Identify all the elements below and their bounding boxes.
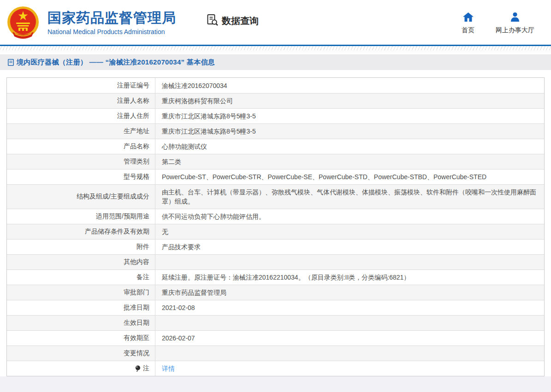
row-label: 结构及组成/主要组成成分 xyxy=(7,185,155,209)
row-label-text: 批准日期 xyxy=(124,304,149,312)
row-label-text: 结构及组成/主要组成成分 xyxy=(77,193,149,201)
row-label: 批准日期 xyxy=(7,300,155,315)
row-label: 生效日期 xyxy=(7,316,155,330)
table-row: 适用范围/预期用途供不同运动负荷下心肺功能评估用。 xyxy=(7,209,544,224)
page-title-bar: 境内医疗器械（注册） —— “渝械注准20162070034” 基本信息 xyxy=(0,54,551,70)
row-value: 由主机、台车、计算机（带显示器）、弥散残气模块、气体代谢模块、体描模块、振荡模块… xyxy=(155,185,544,209)
row-value-text: 渝械注准20162070034 xyxy=(162,81,227,90)
table-row: 变更情况 xyxy=(7,345,544,361)
row-label: 审批部门 xyxy=(7,285,155,300)
row-value: 无 xyxy=(155,224,544,239)
row-value-text: 无 xyxy=(162,227,168,236)
table-row: 管理类别第二类 xyxy=(7,154,544,169)
row-value: 供不同运动负荷下心肺功能评估用。 xyxy=(155,209,544,224)
org-name-zh: 国家药品监督管理局 xyxy=(47,10,176,26)
nav-home[interactable]: 首页 xyxy=(462,12,474,35)
row-label: 有效期至 xyxy=(7,331,155,345)
row-value: 2026-02-07 xyxy=(155,331,544,345)
row-label-text: 生产地址 xyxy=(124,127,149,135)
data-query-tab[interactable]: 数据查询 xyxy=(206,13,259,29)
row-label: 备注 xyxy=(7,270,155,285)
details-link[interactable]: 详情 xyxy=(162,364,175,373)
row-value-text: 产品技术要求 xyxy=(162,242,201,252)
document-icon xyxy=(8,59,14,66)
row-value-text: PowerCube-ST、PowerCube-STR、PowerCube-SE、… xyxy=(162,172,486,181)
row-label: 产品储存条件及有效期 xyxy=(7,224,155,239)
row-label: 生产地址 xyxy=(7,124,155,139)
document-search-icon xyxy=(206,13,219,29)
row-value: 第二类 xyxy=(155,154,544,169)
row-label-text: 备注 xyxy=(136,273,149,281)
row-value-text: 第二类 xyxy=(162,157,181,166)
row-label-text: 生效日期 xyxy=(124,319,149,327)
row-label-text: 其他内容 xyxy=(124,258,149,266)
row-label-text: 注册人名称 xyxy=(117,97,149,105)
row-value-text: 延续注册。原注册证号：渝械注准20162210034。（原目录类别:II类，分类… xyxy=(162,273,410,282)
row-label: 注 xyxy=(7,361,155,376)
row-value-text: 由主机、台车、计算机（带显示器）、弥散残气模块、气体代谢模块、体描模块、振荡模块… xyxy=(162,187,539,206)
home-icon xyxy=(463,12,474,23)
table-row: 注册证编号渝械注准20162070034 xyxy=(7,78,544,93)
table-row: 审批部门重庆市药品监督管理局 xyxy=(7,285,544,300)
row-value xyxy=(155,255,544,269)
row-value: 重庆市江北区港城东路8号5幢3-5 xyxy=(155,109,544,123)
row-label: 附件 xyxy=(7,240,155,254)
page-footer-strip xyxy=(0,376,551,392)
table-row: 附件产品技术要求 xyxy=(7,239,544,254)
row-value-text: 2026-02-07 xyxy=(162,333,195,343)
header-nav: 首页 网上办事大厅 xyxy=(462,12,534,35)
site-header: 国家药品监督管理局 National Medical Products Admi… xyxy=(0,0,551,45)
page-title: 境内医疗器械（注册） —— “渝械注准20162070034” 基本信息 xyxy=(17,58,215,67)
table-row: 批准日期2021-02-08 xyxy=(7,300,544,315)
row-value-text: 重庆市江北区港城东路8号5幢3-5 xyxy=(162,111,256,121)
person-icon xyxy=(510,12,520,23)
row-value: 2021-02-08 xyxy=(155,300,544,315)
row-label: 注册人名称 xyxy=(7,94,155,108)
row-label: 注册人住所 xyxy=(7,109,155,123)
page: 国家药品监督管理局 National Medical Products Admi… xyxy=(0,0,551,392)
table-row: 注册人住所重庆市江北区港城东路8号5幢3-5 xyxy=(7,108,544,123)
row-value: 心肺功能测试仪 xyxy=(155,139,544,154)
table-row: 注详情 xyxy=(7,361,544,376)
data-query-label: 数据查询 xyxy=(222,15,259,27)
table-row: 生效日期 xyxy=(7,315,544,330)
row-label-text: 有效期至 xyxy=(124,334,149,342)
row-label-text: 变更情况 xyxy=(124,349,149,357)
row-value: PowerCube-ST、PowerCube-STR、PowerCube-SE、… xyxy=(155,170,544,184)
row-label-text: 产品名称 xyxy=(124,142,149,151)
table-row: 注册人名称重庆柯洛德科贸有限公司 xyxy=(7,93,544,108)
table-row: 型号规格PowerCube-ST、PowerCube-STR、PowerCube… xyxy=(7,169,544,184)
row-value: 重庆市药品监督管理局 xyxy=(155,285,544,300)
row-value: 重庆市江北区港城东路8号5幢3-5 xyxy=(155,124,544,139)
org-name-en: National Medical Products Administration xyxy=(47,28,176,35)
national-emblem-logo[interactable] xyxy=(5,4,41,41)
row-value-text: 重庆柯洛德科贸有限公司 xyxy=(162,96,233,105)
note-balloon-icon xyxy=(135,365,141,372)
table-row: 产品储存条件及有效期无 xyxy=(7,224,544,239)
row-label-text: 注册人住所 xyxy=(117,112,149,120)
row-label-text: 注册证编号 xyxy=(117,82,149,90)
table-row: 备注延续注册。原注册证号：渝械注准20162210034。（原目录类别:II类，… xyxy=(7,269,544,285)
row-value: 延续注册。原注册证号：渝械注准20162210034。（原目录类别:II类，分类… xyxy=(155,270,544,285)
table-row: 有效期至2026-02-07 xyxy=(7,330,544,345)
row-label-text: 审批部门 xyxy=(124,288,149,297)
row-value: 产品技术要求 xyxy=(155,240,544,254)
brand-block: 国家药品监督管理局 National Medical Products Admi… xyxy=(47,10,176,35)
row-value-text: 供不同运动负荷下心肺功能评估用。 xyxy=(162,212,265,221)
nav-online-service-hall-label: 网上办事大厅 xyxy=(496,26,534,35)
nav-online-service-hall[interactable]: 网上办事大厅 xyxy=(496,12,534,35)
row-value-text: 心肺功能测试仪 xyxy=(162,142,207,151)
row-label-text: 管理类别 xyxy=(124,158,149,166)
row-value: 详情 xyxy=(155,361,544,376)
row-label: 变更情况 xyxy=(7,346,155,361)
hatched-divider xyxy=(0,46,551,50)
info-table: 注册证编号渝械注准20162070034注册人名称重庆柯洛德科贸有限公司注册人住… xyxy=(6,77,545,376)
row-value xyxy=(155,346,544,361)
row-label: 型号规格 xyxy=(7,170,155,184)
main-content: 注册证编号渝械注准20162070034注册人名称重庆柯洛德科贸有限公司注册人住… xyxy=(0,70,551,376)
nav-home-label: 首页 xyxy=(462,26,474,35)
row-label: 适用范围/预期用途 xyxy=(7,209,155,224)
table-row: 产品名称心肺功能测试仪 xyxy=(7,139,544,154)
row-label-text: 适用范围/预期用途 xyxy=(96,212,149,221)
divider-gap xyxy=(0,50,551,54)
